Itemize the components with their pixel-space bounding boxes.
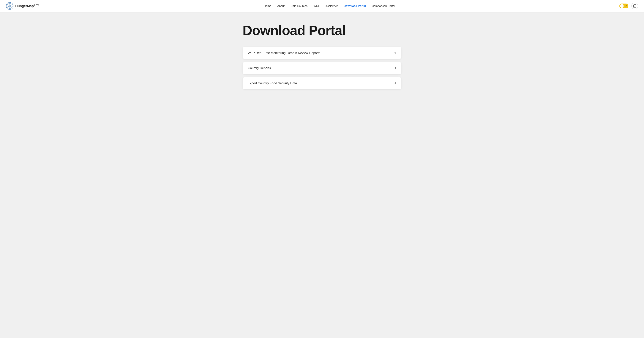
bag-icon xyxy=(633,4,636,8)
theme-toggle[interactable]: ☀ xyxy=(620,4,628,9)
accordion-toggle-country-reports[interactable]: Country Reports < xyxy=(242,62,402,74)
header-actions: ☀ xyxy=(620,3,638,9)
nav-data-sources[interactable]: Data Sources xyxy=(290,4,308,8)
accordion-label-wfp-reports: WFP Real Time Monitoring: Year in Review… xyxy=(248,51,320,55)
accordion-toggle-export-data[interactable]: Export Country Food Security Data < xyxy=(242,77,402,89)
accordion-item-country-reports: Country Reports < xyxy=(242,62,402,74)
chevron-icon-country-reports: < xyxy=(394,66,396,70)
main-nav: Home About Data Sources Wiki Disclaimer … xyxy=(264,4,395,8)
wfp-logo-icon xyxy=(6,2,14,10)
nav-home[interactable]: Home xyxy=(264,4,271,8)
page-title: Download Portal xyxy=(242,23,402,38)
sun-icon: ☀ xyxy=(625,5,628,7)
accordion-item-export-data: Export Country Food Security Data < xyxy=(242,77,402,89)
chevron-icon-wfp-reports: < xyxy=(394,51,396,55)
logo[interactable]: HungerMapLIVE xyxy=(6,2,39,10)
logo-text: HungerMapLIVE xyxy=(15,4,39,8)
main-content: Download Portal WFP Real Time Monitoring… xyxy=(238,12,406,104)
nav-download-portal[interactable]: Download Portal xyxy=(344,4,366,8)
bag-button[interactable] xyxy=(631,3,638,9)
nav-wiki[interactable]: Wiki xyxy=(314,4,319,8)
accordion-toggle-wfp-reports[interactable]: WFP Real Time Monitoring: Year in Review… xyxy=(242,47,402,59)
accordion-label-country-reports: Country Reports xyxy=(248,66,271,70)
accordion-item-wfp-reports: WFP Real Time Monitoring: Year in Review… xyxy=(242,47,402,59)
header: HungerMapLIVE Home About Data Sources Wi… xyxy=(0,0,644,12)
nav-disclaimer[interactable]: Disclaimer xyxy=(325,4,338,8)
nav-comparison-portal[interactable]: Comparison Portal xyxy=(372,4,395,8)
nav-about[interactable]: About xyxy=(277,4,284,8)
accordion: WFP Real Time Monitoring: Year in Review… xyxy=(242,47,402,89)
accordion-label-export-data: Export Country Food Security Data xyxy=(248,81,297,85)
chevron-icon-export-data: < xyxy=(394,81,396,85)
